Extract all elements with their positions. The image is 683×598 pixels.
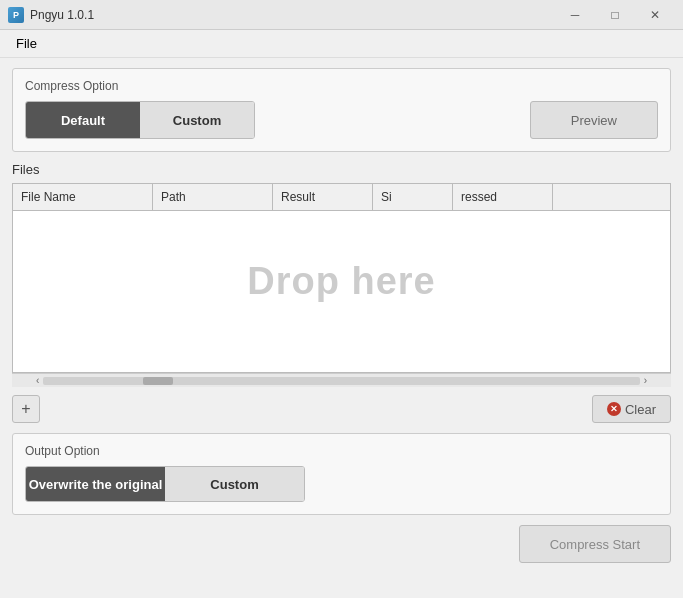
menu-bar: File <box>0 30 683 58</box>
overwrite-button[interactable]: Overwrite the original <box>26 467 165 501</box>
file-table: File Name Path Result Si ressed Drop her… <box>12 183 671 373</box>
scrollbar-thumb[interactable] <box>143 377 173 385</box>
default-button[interactable]: Default <box>26 102 140 138</box>
app-icon: P <box>8 7 24 23</box>
minimize-button[interactable]: ─ <box>555 0 595 30</box>
compress-row: Default Custom Preview <box>25 101 658 139</box>
preview-button[interactable]: Preview <box>530 101 658 139</box>
drop-area[interactable]: Drop here <box>13 211 670 351</box>
compress-option-section: Compress Option Default Custom Preview <box>12 68 671 152</box>
table-header: File Name Path Result Si ressed <box>13 184 670 211</box>
col-result-header: Result <box>273 184 373 210</box>
output-toggle-group: Overwrite the original Custom <box>25 466 305 502</box>
clear-icon: ✕ <box>607 402 621 416</box>
bottom-toolbar: + ✕ Clear <box>12 395 671 423</box>
compress-option-label: Compress Option <box>25 79 658 93</box>
close-button[interactable]: ✕ <box>635 0 675 30</box>
window-controls: ─ □ ✕ <box>555 0 675 30</box>
scrollbar-area: ‹ › <box>12 373 671 387</box>
col-path-header: Path <box>153 184 273 210</box>
clear-label: Clear <box>625 402 656 417</box>
add-button[interactable]: + <box>12 395 40 423</box>
drop-here-text: Drop here <box>247 260 435 303</box>
file-menu[interactable]: File <box>8 34 45 53</box>
col-filename-header: File Name <box>13 184 153 210</box>
output-custom-button[interactable]: Custom <box>165 467 304 501</box>
scroll-left-arrow[interactable]: ‹ <box>32 375 43 386</box>
main-content: Compress Option Default Custom Preview F… <box>0 58 683 573</box>
compress-start-button[interactable]: Compress Start <box>519 525 671 563</box>
scroll-right-arrow[interactable]: › <box>640 375 651 386</box>
compress-start-row: Compress Start <box>12 525 671 563</box>
clear-button[interactable]: ✕ Clear <box>592 395 671 423</box>
output-option-label: Output Option <box>25 444 658 458</box>
title-bar: P Pngyu 1.0.1 ─ □ ✕ <box>0 0 683 30</box>
compress-toggle-group: Default Custom <box>25 101 255 139</box>
app-title: Pngyu 1.0.1 <box>30 8 555 22</box>
col-compressed-header: ressed <box>453 184 553 210</box>
files-label: Files <box>12 162 671 177</box>
maximize-button[interactable]: □ <box>595 0 635 30</box>
output-option-section: Output Option Overwrite the original Cus… <box>12 433 671 515</box>
col-size-header: Si <box>373 184 453 210</box>
scrollbar-track[interactable] <box>43 377 639 385</box>
custom-button[interactable]: Custom <box>140 102 254 138</box>
files-section: Files File Name Path Result Si ressed Dr… <box>12 162 671 387</box>
